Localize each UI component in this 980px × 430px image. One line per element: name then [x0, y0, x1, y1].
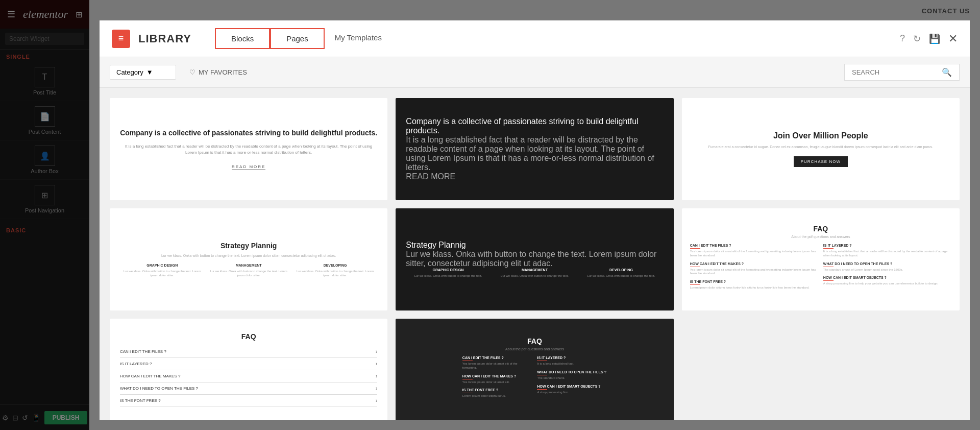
faq-acc-q-2: IS IT LAYERED ?	[120, 362, 152, 366]
template-card-faq-dark[interactable]: FAQ About the pdf questions and answers …	[396, 319, 673, 420]
company-white-cta: READ MORE	[232, 164, 265, 170]
faq-acc-item-4[interactable]: WHAT DO I NEED TO OPEN THE FILES ? ›	[120, 383, 377, 395]
chevron-icon-4: ›	[376, 386, 377, 391]
tab-pages[interactable]: Pages	[270, 28, 325, 49]
template-card-strategy-dark[interactable]: Strategy Plannig Lur we klass. Onka with…	[396, 208, 673, 310]
close-button[interactable]: ✕	[948, 32, 958, 45]
heart-icon: ♡	[189, 68, 195, 76]
faq-acc-q-1: CAN I EDIT THE FILES ?	[120, 349, 166, 354]
faq-q: HOW CAN I EDIT THE MAKES ?	[690, 262, 818, 266]
save-button[interactable]: 💾	[929, 33, 940, 44]
faq-item: HOW CAN I EDIT THE MAKES ? Yes lorem ips…	[690, 262, 818, 276]
strategy-white-cols: GRAPHIC DESIGN Lur we klass. Onka with b…	[120, 264, 377, 278]
chevron-icon-5: ›	[376, 398, 377, 403]
template-card-join-million[interactable]: Join Over Million People Fumarate erat a…	[682, 98, 960, 200]
chevron-icon-1: ›	[376, 349, 377, 354]
strategy-white-body: Lur we klass. Onka with button to change…	[120, 254, 377, 257]
favorites-button[interactable]: ♡ MY FAVORITES	[184, 65, 252, 79]
search-box: 🔍	[844, 64, 960, 81]
faq-a: Yes lorem ipsum dolor sit amat elit of t…	[690, 268, 818, 276]
faq-q: IS THE FONT FREE ?	[690, 280, 818, 283]
category-label: Category	[116, 68, 143, 76]
faq-item: HOW CAN I EDIT SMART OBJECTS ? A shop pr…	[823, 276, 951, 286]
strategy-col-2: MANAGEMENT Lur we klass. Onka with butto…	[206, 264, 290, 278]
strategy-white-title: Strategy Plannig	[120, 242, 377, 250]
faq-acc-item-3[interactable]: HOW CAN I EDIT THE MAKES ? ›	[120, 370, 377, 383]
join-body: Fumarate erat a consectetur id augue. Do…	[692, 145, 949, 150]
faq-dark-title: FAQ	[462, 337, 607, 345]
refresh-button[interactable]: ↻	[913, 33, 921, 44]
company-white-body: It is a long established fact that a rea…	[120, 144, 377, 156]
library-icon: ≡	[118, 33, 124, 44]
faq-item: CAN I EDIT THE FILES ? Yes lorem ipsum d…	[690, 244, 818, 258]
faq-dark-line	[462, 361, 473, 361]
chevron-icon-2: ›	[376, 361, 377, 367]
faq-dark-a: It is a long established fact.	[537, 362, 607, 366]
faq-dark-line	[537, 375, 547, 375]
strategy-dark-col-3: DEVELOPING Lur we klass. Onka with butto…	[579, 268, 663, 278]
faq-accordion-title: FAQ	[120, 332, 377, 341]
faq-dark-item: IS THE FONT FREE ? Lorem ipsum dolor sit…	[462, 388, 532, 398]
chevron-icon-3: ›	[376, 373, 377, 379]
faq-dark-a: Yes lorem ipsum dolor sit amat elit of t…	[462, 362, 532, 370]
faq-item: WHAT DO I NEED TO OPEN THE FILES ? The s…	[823, 262, 951, 272]
search-input[interactable]	[852, 68, 938, 76]
strategy-dark-col-1: GRAPHIC DESIGN Lur we klass. Onka with b…	[406, 268, 490, 278]
faq-q: WHAT DO I NEED TO OPEN THE FILES ?	[823, 262, 951, 266]
strategy-dark-col-1-title: GRAPHIC DESIGN	[406, 268, 490, 272]
faq-white2-left-col: CAN I EDIT THE FILES ? Yes lorem ipsum d…	[690, 244, 818, 294]
faq-dark-line	[537, 361, 547, 361]
company-white-heading: Company is a collective of passionates s…	[120, 128, 377, 138]
chevron-down-icon: ▼	[146, 68, 153, 76]
strategy-dark-col-3-text: Lur we klass. Onka with button to change…	[579, 274, 663, 278]
faq-line	[690, 248, 700, 249]
faq-dark-q: IS IT LAYERED ?	[537, 356, 607, 360]
strategy-col-3: DEVELOPING Lur we klass. Onka with butto…	[293, 264, 377, 278]
faq-a: The standard chunk of Lorem Ipsum used s…	[823, 268, 951, 272]
library-modal: ≡ LIBRARY Blocks Pages My Templates ? ↻ …	[100, 20, 970, 420]
template-card-strategy-white[interactable]: Strategy Plannig Lur we klass. Onka with…	[110, 208, 387, 310]
faq-line	[690, 284, 700, 285]
strategy-dark-title: Strategy Plannig	[406, 241, 663, 250]
faq-acc-q-3: HOW CAN I EDIT THE MAKES ?	[120, 374, 180, 378]
faq-dark-item: HOW CAN I EDIT THE MAKES ? Yes lorem ips…	[462, 374, 532, 385]
faq-dark-line	[462, 393, 473, 393]
faq-item: IS THE FONT FREE ? Lorem ipsum dolor sit…	[690, 280, 818, 290]
tab-blocks[interactable]: Blocks	[215, 28, 270, 49]
faq-dark-a: Lorem ipsum dolor sitiphu lurus.	[462, 394, 532, 398]
company-dark-body: It is a long established fact that a rea…	[406, 135, 663, 172]
faq-dark-q: CAN I EDIT THE FILES ?	[462, 356, 532, 360]
faq-acc-item-5[interactable]: IS THE FONT FREE ? ›	[120, 395, 377, 407]
modal-toolbar: Category ▼ ♡ MY FAVORITES 🔍	[100, 57, 970, 88]
purchase-button[interactable]: PURCHASE NOW	[794, 156, 848, 167]
template-card-faq-accordion[interactable]: FAQ CAN I EDIT THE FILES ? › IS IT LAYER…	[110, 319, 387, 420]
strategy-dark-body: Lur we klass. Onka with button to change…	[406, 250, 663, 268]
faq-item: IS IT LAYERED ? It is a long established…	[823, 244, 951, 258]
strategy-col-3-title: DEVELOPING	[293, 264, 377, 267]
template-card-faq-white2[interactable]: FAQ About the pdf questions and answers …	[682, 208, 960, 310]
faq-acc-q-5: IS THE FONT FREE ?	[120, 398, 161, 403]
modal-logo-icon: ≡	[112, 30, 130, 48]
faq-dark-a: Yes lorem ipsum dolor sit amat elit.	[462, 380, 532, 385]
faq-line	[823, 267, 834, 267]
help-button[interactable]: ?	[900, 33, 905, 44]
category-dropdown[interactable]: Category ▼	[110, 65, 176, 80]
template-card-company-dark[interactable]: Company is a collective of passionates s…	[396, 98, 673, 200]
template-card-company-white[interactable]: Company is a collective of passionates s…	[110, 98, 387, 200]
faq-white2-cols: CAN I EDIT THE FILES ? Yes lorem ipsum d…	[690, 244, 951, 294]
faq-line	[690, 267, 700, 267]
strategy-dark-col-2-text: Lur we klass. Onka with button to change…	[493, 274, 577, 278]
company-dark-cta: READ MORE	[406, 172, 455, 181]
tab-my-templates[interactable]: My Templates	[325, 28, 392, 49]
faq-acc-item-1[interactable]: CAN I EDIT THE FILES ? ›	[120, 346, 377, 358]
faq-a: A shop processing firm to help your webs…	[823, 282, 951, 286]
strategy-dark-col-3-title: DEVELOPING	[579, 268, 663, 272]
faq-q: IS IT LAYERED ?	[823, 244, 951, 247]
faq-a: Lorem ipsum dolor sitiphu lurus funky li…	[690, 286, 818, 290]
company-dark-heading: Company is a collective of passionates s…	[406, 117, 663, 135]
faq-acc-q-4: WHAT DO I NEED TO OPEN THE FILES ?	[120, 386, 198, 391]
faq-acc-item-2[interactable]: IS IT LAYERED ? ›	[120, 358, 377, 370]
join-title: Join Over Million People	[692, 131, 949, 140]
faq-white2-title: FAQ	[690, 225, 951, 233]
faq-q: HOW CAN I EDIT SMART OBJECTS ?	[823, 276, 951, 279]
